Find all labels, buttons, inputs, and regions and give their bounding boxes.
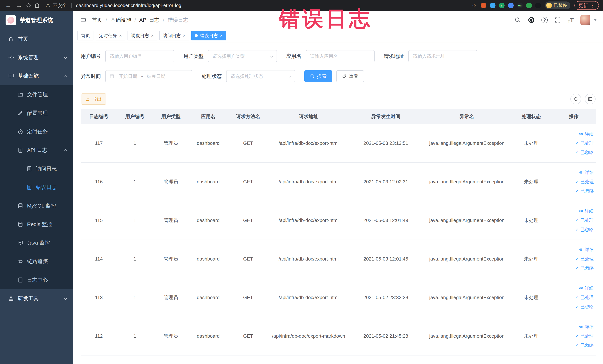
tab-access-log[interactable]: 访问日志× (159, 31, 189, 40)
reload-button[interactable] (26, 2, 32, 8)
ignored-link[interactable]: ✓已忽略 (552, 148, 594, 157)
search-button[interactable]: 搜索 (304, 70, 332, 82)
address-url[interactable]: dashboard.yudao.iocoder.cn/infra/log/api… (76, 3, 181, 8)
help-icon[interactable]: ? (542, 17, 548, 23)
process-status-select[interactable]: 请选择处理状态 (226, 70, 295, 82)
extension-icon[interactable] (481, 3, 487, 8)
security-label[interactable]: 不安全 (53, 2, 67, 9)
sidebar-item-infra[interactable]: 基础设施 (0, 67, 73, 85)
sidebar-item-label: 访问日志 (36, 165, 57, 172)
back-button[interactable]: ← (4, 2, 12, 9)
processed-link[interactable]: ✓已处理 (552, 331, 594, 341)
column-header: 处理状态 (511, 109, 552, 124)
user-id-label: 用户编号 (81, 53, 101, 59)
user-id-input[interactable] (105, 50, 174, 62)
breadcrumb-item[interactable]: 首页 (92, 16, 102, 23)
check-icon: ✓ (576, 266, 579, 270)
cell-method: GET (227, 201, 269, 240)
forward-button[interactable]: → (15, 2, 23, 9)
sidebar-item-api-log[interactable]: API 日志 (0, 141, 73, 159)
sidebar-fold-icon[interactable] (80, 16, 87, 23)
logo[interactable]: 芋道管理系统 (0, 11, 73, 30)
sidebar-item-file[interactable]: 文件管理 (0, 85, 73, 104)
sidebar-item-label: 错误日志 (36, 184, 57, 191)
date-range-picker[interactable]: 开始日期 - 结束日期 (105, 70, 192, 82)
home-button[interactable] (34, 2, 40, 8)
processed-link[interactable]: ✓已处理 (552, 293, 594, 302)
sidebar-item-label: Java 监控 (27, 239, 50, 247)
sidebar-item-trace[interactable]: 链路追踪 (0, 252, 73, 271)
detail-link[interactable]: 详细 (552, 283, 594, 293)
sidebar-item-java[interactable]: Java 监控 (0, 234, 73, 252)
close-icon[interactable]: × (119, 33, 122, 38)
ignored-link[interactable]: ✓已忽略 (552, 341, 594, 350)
ignored-link[interactable]: ✓已忽略 (552, 186, 594, 196)
cell-method: GET (227, 163, 269, 201)
close-icon[interactable]: × (220, 33, 223, 38)
range-separator: - (141, 74, 143, 79)
ignored-link[interactable]: ✓已忽略 (552, 263, 594, 273)
font-size-icon[interactable]: TT (568, 17, 574, 23)
sidebar-item-log-center[interactable]: 日志中心 (0, 271, 73, 289)
detail-link[interactable]: 详细 (552, 129, 594, 139)
bookmark-star-icon[interactable]: ☆ (472, 2, 476, 9)
extension-icon[interactable] (535, 3, 541, 8)
breadcrumb-item[interactable]: 基础设施 (110, 16, 131, 23)
tab-home[interactable]: 首页 (78, 31, 93, 40)
check-icon: ✓ (576, 304, 579, 309)
chevron-down-icon[interactable] (594, 19, 597, 21)
user-type-select[interactable]: 请选择用户类型 (208, 50, 277, 62)
sidebar-item-label: 定时任务 (27, 128, 48, 135)
fullscreen-icon[interactable] (555, 17, 561, 23)
detail-link[interactable]: 详细 (552, 206, 594, 216)
tab-error-log[interactable]: 错误日志× (191, 31, 226, 40)
detail-link[interactable]: 详细 (552, 322, 594, 331)
extension-icon[interactable] (490, 3, 496, 8)
sidebar-item-redis[interactable]: Redis 监控 (0, 215, 73, 234)
extension-icon[interactable]: V (499, 3, 505, 8)
ignored-link[interactable]: ✓已忽略 (552, 225, 594, 234)
extension-icon[interactable] (508, 3, 514, 8)
tab-job[interactable]: 定时任务× (96, 31, 125, 40)
processed-link[interactable]: ✓已处理 (552, 216, 594, 225)
breadcrumb-item[interactable]: API 日志 (139, 16, 160, 23)
refresh-button[interactable] (570, 94, 581, 104)
cell-method: GET (227, 240, 269, 278)
search-icon[interactable] (514, 17, 521, 23)
sidebar-item-system[interactable]: 系统管理 (0, 48, 73, 67)
reset-button[interactable]: 重置 (336, 70, 364, 82)
app-name-input[interactable] (306, 50, 375, 62)
sidebar-item-access-log[interactable]: 访问日志 (0, 159, 73, 178)
columns-toggle-button[interactable] (585, 94, 596, 104)
tab-job-log[interactable]: 调度日志× (128, 31, 157, 40)
ignored-link[interactable]: ✓已忽略 (552, 302, 594, 311)
github-icon[interactable] (528, 16, 535, 23)
cell-actions: 详细✓已处理✓已忽略 (552, 317, 596, 355)
sidebar-item-label: API 日志 (27, 147, 47, 154)
cell-actions: 详细✓已处理✓已忽略 (552, 201, 596, 240)
processed-link[interactable]: ✓已处理 (552, 177, 594, 186)
user-avatar[interactable] (580, 15, 590, 25)
close-icon[interactable]: × (183, 33, 186, 38)
request-url-input[interactable] (408, 50, 477, 62)
sidebar-item-error-log[interactable]: 错误日志 (0, 178, 73, 197)
processed-link[interactable]: ✓已处理 (552, 254, 594, 263)
update-button[interactable]: 更新 ⋮ (574, 1, 599, 10)
sidebar-item-job[interactable]: 定时任务 (0, 122, 73, 141)
extension-icon[interactable]: on (517, 3, 523, 8)
sidebar-item-mysql[interactable]: MySQL 监控 (0, 197, 73, 215)
sidebar-item-dev-tools[interactable]: 研发工具 (0, 289, 73, 308)
close-icon[interactable]: × (151, 33, 154, 38)
tabs-bar: 首页定时任务×调度日志×访问日志×错误日志× (73, 29, 603, 42)
sidebar-item-config[interactable]: 配置管理 (0, 104, 73, 122)
cell-time: 2021-05-03 12:01:49 (348, 201, 423, 240)
detail-link[interactable]: 详细 (552, 245, 594, 254)
detail-link[interactable]: 详细 (552, 168, 594, 177)
sidebar-item-home[interactable]: 首页 (0, 30, 73, 48)
user-type-label: 用户类型 (184, 53, 204, 59)
extension-icon[interactable] (526, 3, 532, 8)
page-content: 用户编号 用户类型 请选择用户类型 应用名 请求地址 (73, 42, 603, 364)
paused-badge[interactable]: 已暂停 (545, 1, 570, 9)
export-button[interactable]: 导出 (81, 94, 106, 105)
processed-link[interactable]: ✓已处理 (552, 139, 594, 148)
